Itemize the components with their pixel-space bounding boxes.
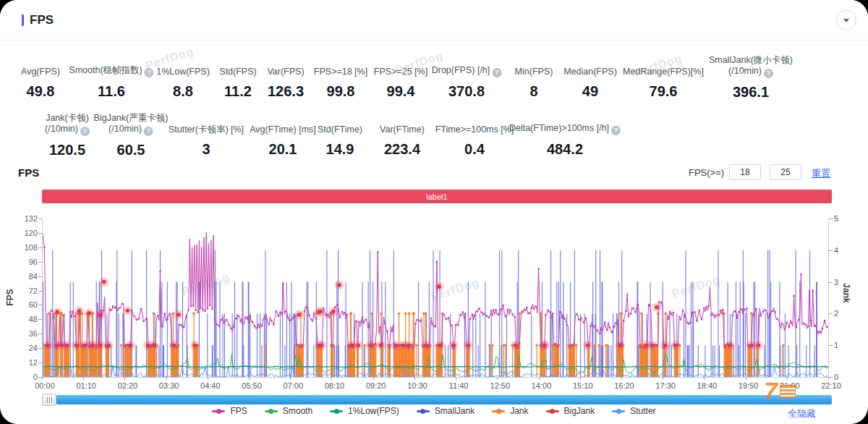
x-axis-tick-label: 16:20: [614, 381, 634, 390]
x-axis-tick-label: 09:20: [366, 381, 386, 390]
legend-item-1-low-fps-[interactable]: 1%Low(FPS): [330, 406, 399, 416]
stat-value: 20.1: [250, 141, 316, 158]
x-axis-line: [42, 377, 829, 378]
stat-label: Jank(卡顿)(/10min)?: [45, 113, 90, 136]
help-icon[interactable]: ?: [144, 127, 153, 136]
navigator-range-bar[interactable]: [56, 395, 832, 404]
help-icon[interactable]: ?: [145, 68, 154, 77]
tick: [704, 377, 705, 380]
legend-swatch-dot: [420, 409, 425, 414]
legend-label: 1%Low(FPS): [348, 406, 399, 416]
y-axis-left-tick-label: 12: [13, 358, 38, 367]
help-icon[interactable]: ?: [80, 127, 90, 136]
x-axis-tick-label: 14:00: [532, 381, 552, 390]
fps-threshold-input-2[interactable]: [770, 164, 801, 180]
legend-item-smooth[interactable]: Smooth: [265, 406, 312, 416]
legend-label: FPS: [230, 406, 247, 416]
x-axis-tick-label: 00:00: [35, 381, 55, 390]
help-icon[interactable]: ?: [764, 69, 773, 78]
stat-item: Min(FPS)8: [515, 55, 553, 100]
tick: [42, 377, 43, 380]
tick: [621, 377, 622, 380]
y-axis-left-tick-label: 132: [13, 214, 38, 223]
stat-item: Std(FTime)14.9: [318, 113, 362, 158]
legend-item-stutter[interactable]: Stutter: [612, 406, 655, 416]
stat-item: Stutter(卡顿率) [%]3: [169, 113, 244, 158]
stat-label: Std(FTime): [318, 113, 362, 135]
legend-item-fps[interactable]: FPS: [212, 406, 247, 416]
chart-navigator: [42, 394, 832, 406]
stat-item: Jank(卡顿)(/10min)?120.5: [45, 113, 90, 158]
tick: [38, 262, 42, 263]
help-icon[interactable]: ?: [611, 126, 621, 135]
card-header: FPS: [0, 0, 868, 41]
tick: [539, 377, 540, 380]
tick: [38, 334, 42, 334]
fps-card: FPS Avg(FPS)49.8Smooth(稳帧指数)?11.61%Low(F…: [0, 0, 868, 424]
perfdog-fps-page: FPS Avg(FPS)49.8Smooth(稳帧指数)?11.61%Low(F…: [0, 0, 868, 424]
tick: [166, 377, 167, 380]
y-axis-left-tick-label: 48: [13, 315, 38, 323]
fps-threshold-input-1[interactable]: [729, 164, 761, 180]
y-axis-right-tick-label: 5: [834, 214, 838, 223]
stat-item: SmallJank(微小卡顿)(/10min)?396.1: [709, 55, 793, 101]
tick: [829, 313, 833, 314]
tick: [828, 377, 829, 380]
legend-swatch-dot: [334, 409, 339, 414]
stat-label: Var(FPS): [267, 55, 304, 77]
tick: [208, 377, 208, 380]
stat-label: FPS>=18 [%]: [314, 55, 367, 77]
y-axis-left-tick-label: 60: [13, 300, 38, 309]
y-axis-left-tick-label: 84: [13, 272, 38, 281]
stat-item: Var(FPS)126.3: [267, 55, 304, 100]
fps-threshold-label: FPS(>=): [689, 167, 724, 178]
stat-value: 484.2: [509, 141, 621, 158]
collapse-button[interactable]: [836, 10, 856, 30]
y-axis-left-line: [42, 219, 43, 377]
navigator-handle[interactable]: [42, 394, 56, 406]
stat-value: 79.6: [623, 83, 704, 100]
reset-link[interactable]: 重置: [812, 167, 830, 180]
x-axis-tick-label: 15:10: [573, 381, 593, 390]
stat-label: Smooth(稳帧指数)?: [69, 55, 153, 77]
stat-value: 14.9: [318, 141, 362, 158]
stat-value: 11.6: [69, 83, 153, 100]
x-axis-tick-label: 10:30: [407, 381, 427, 390]
legend-item-bigjank[interactable]: BigJank: [546, 406, 595, 416]
hide-all-link[interactable]: 全隐藏: [788, 407, 816, 420]
stat-value: 49.8: [21, 83, 60, 100]
tick: [83, 377, 84, 380]
tick: [829, 377, 833, 378]
stat-value: 223.4: [380, 141, 425, 158]
legend-swatch-dot: [550, 409, 555, 414]
legend-swatch: [265, 410, 278, 412]
stat-item: BigJank(严重卡顿)(/10min)?60.5: [94, 113, 169, 158]
chart-section-title: FPS: [18, 166, 39, 179]
stat-label: 1%Low(FPS): [156, 55, 210, 77]
tick: [580, 377, 581, 380]
chart-legend: FPSSmooth1%Low(FPS)SmallJankJankBigJankS…: [0, 406, 868, 416]
tick: [497, 377, 498, 380]
stat-item: Smooth(稳帧指数)?11.6: [69, 55, 153, 100]
tick: [829, 282, 833, 283]
tick: [414, 377, 415, 380]
legend-swatch-dot: [496, 409, 501, 414]
stat-value: 8: [515, 83, 553, 100]
fps-chart-canvas[interactable]: [42, 217, 828, 378]
stat-label: MedRange(FPS)[%]: [623, 55, 704, 77]
stat-value: 8.8: [156, 83, 210, 100]
legend-item-smalljank[interactable]: SmallJank: [417, 406, 475, 416]
legend-item-jank[interactable]: Jank: [492, 406, 528, 416]
stat-item: Drop(FPS) [/h]?370.8: [432, 55, 502, 100]
tick: [38, 276, 42, 277]
chart-label-banner: label1: [42, 190, 832, 203]
x-axis-tick-label: 02:20: [118, 381, 138, 390]
stat-value: 99.8: [314, 83, 367, 100]
stat-label: Avg(FPS): [21, 55, 60, 77]
stat-label: Avg(FTime) [ms]: [250, 113, 316, 135]
stat-value: 11.2: [219, 83, 256, 100]
help-icon[interactable]: ?: [492, 68, 501, 77]
legend-swatch: [417, 410, 430, 412]
tick: [38, 319, 42, 320]
tick: [290, 377, 291, 380]
